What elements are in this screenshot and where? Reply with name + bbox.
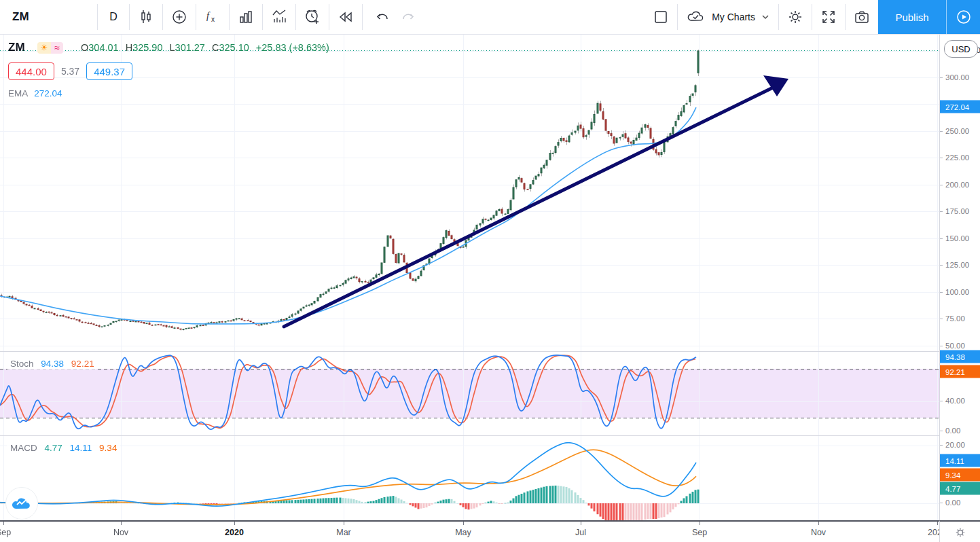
axis-price-label: 0.00	[940, 499, 980, 507]
time-axis-label: Jul	[575, 528, 586, 537]
ema-value: 272.04	[34, 88, 62, 98]
my-charts-label: My Charts	[712, 12, 755, 22]
time-tick	[344, 522, 344, 525]
time-axis-label: Sep	[692, 528, 707, 537]
small-gear-icon	[954, 526, 966, 539]
publish-menu-button[interactable]	[946, 0, 980, 34]
axis-price-label: 300.00	[940, 73, 980, 82]
ema-label: EMA	[8, 88, 28, 98]
layout-button[interactable]	[645, 0, 677, 34]
my-charts-button[interactable]: My Charts	[678, 0, 778, 34]
axis-value-badge: 92.21	[940, 365, 980, 378]
change-value: +25.83 (+8.63%)	[256, 42, 329, 53]
settings-button[interactable]	[779, 0, 812, 34]
chevron-down-icon	[761, 12, 770, 22]
layout-square-icon	[652, 8, 670, 26]
macd-chart-canvas[interactable]	[0, 436, 939, 520]
svg-text:x: x	[211, 16, 215, 23]
time-axis-label: Nov	[113, 528, 128, 537]
currency-toggle[interactable]: USD	[944, 40, 978, 58]
time-tick	[700, 522, 700, 525]
axis-price-label: 40.00	[940, 397, 980, 405]
stoch-label: Stoch	[10, 359, 34, 369]
gear-icon	[786, 8, 804, 26]
time-tick	[121, 522, 122, 525]
market-open-icon: ☀	[37, 42, 52, 54]
chart-application: ZM D f x	[0, 0, 980, 542]
cloud-chart-icon	[12, 496, 32, 511]
stochastic-chart-canvas[interactable]	[0, 352, 939, 435]
axis-price-label: 75.00	[940, 314, 980, 323]
interval-button[interactable]: D	[98, 0, 129, 34]
compare-add-button[interactable]	[163, 0, 196, 34]
macd-pane[interactable]	[0, 435, 939, 521]
candlestick-icon	[137, 8, 155, 26]
axis-price-label: 200.00	[940, 181, 980, 189]
time-axis[interactable]: SepNov2020MarMayJulSepNov2021	[0, 520, 939, 542]
delayed-data-icon: ≈	[51, 42, 63, 54]
buy-price-button[interactable]: 449.37	[86, 62, 132, 80]
spread-value: 5.37	[61, 66, 79, 77]
templates-button[interactable]	[230, 0, 262, 34]
camera-icon	[853, 8, 871, 26]
time-tick	[818, 522, 819, 525]
stochastic-pane[interactable]	[0, 351, 939, 436]
axis-settings-corner[interactable]	[939, 520, 980, 542]
axis-value-badge: 9.34	[940, 469, 980, 482]
undo-icon[interactable]	[374, 9, 391, 25]
time-axis-label: 2020	[225, 528, 244, 537]
main-legend: ZM ☀ ≈ O304.01 H325.90 L301.27 C325.10 +…	[8, 41, 329, 98]
time-tick	[234, 522, 235, 525]
symbol-button[interactable]: ZM	[0, 0, 97, 34]
time-axis-label: Mar	[336, 528, 351, 537]
alarm-clock-plus-icon	[304, 8, 321, 26]
time-axis-label: May	[455, 528, 471, 537]
macd-label: MACD	[10, 443, 37, 453]
axis-price-label: 250.00	[940, 127, 980, 135]
legend-symbol[interactable]: ZM	[8, 41, 25, 54]
axis-price-label: 50.00	[940, 342, 980, 350]
replay-button[interactable]	[329, 0, 362, 34]
axis-price-label: 125.00	[940, 261, 980, 269]
macd-line-value: 14.11	[70, 443, 92, 453]
bar-chart-icon	[237, 8, 255, 26]
ema-legend[interactable]: EMA 272.04	[8, 88, 329, 98]
play-circle-icon	[955, 8, 973, 26]
tradingview-cloud-logo[interactable]	[5, 487, 38, 520]
indicators-button[interactable]: f x	[196, 0, 229, 34]
publish-button[interactable]: Publish	[878, 0, 946, 34]
axis-price-label: 225.00	[940, 153, 980, 162]
axis-value-badge: 272.04	[940, 101, 980, 113]
price-axis[interactable]: 325.10 USD 300.00272.04250.00225.00200.0…	[939, 34, 980, 520]
axis-price-label: 20.00	[940, 441, 980, 449]
cloud-check-icon	[686, 8, 706, 26]
alert-button[interactable]	[296, 0, 329, 34]
overlay-button[interactable]	[263, 0, 295, 34]
axis-price-label: 150.00	[940, 234, 980, 242]
top-toolbar: ZM D f x	[0, 0, 980, 35]
axis-value-badge: 4.77	[940, 482, 980, 495]
redo-icon[interactable]	[400, 9, 416, 25]
time-tick	[937, 522, 938, 525]
plus-circle-icon	[170, 8, 188, 26]
line-over-bars-icon	[270, 8, 288, 26]
stoch-d-value: 92.21	[71, 359, 94, 369]
fullscreen-icon	[820, 8, 837, 26]
fx-icon: f x	[204, 8, 221, 26]
fullscreen-button[interactable]	[812, 0, 845, 34]
time-axis-label: 2021	[928, 528, 939, 537]
chart-style-button[interactable]	[130, 0, 162, 34]
ohlc-values: O304.01 H325.90 L301.27 C325.10 +25.83 (…	[81, 42, 329, 53]
time-tick	[3, 522, 4, 525]
time-axis-label: Sep	[0, 528, 11, 537]
stoch-legend[interactable]: Stoch 94.38 92.21	[7, 358, 98, 369]
snapshot-button[interactable]	[846, 0, 878, 34]
sell-price-button[interactable]: 444.00	[8, 62, 54, 80]
time-axis-label: Nov	[811, 528, 826, 537]
macd-hist-value: 4.77	[45, 443, 62, 453]
macd-legend[interactable]: MACD 4.77 14.11 9.34	[7, 442, 120, 454]
stoch-k-value: 94.38	[41, 359, 64, 369]
axis-value-badge: 94.38	[940, 350, 980, 363]
axis-price-label: 100.00	[940, 288, 980, 296]
svg-text:f: f	[206, 11, 211, 21]
